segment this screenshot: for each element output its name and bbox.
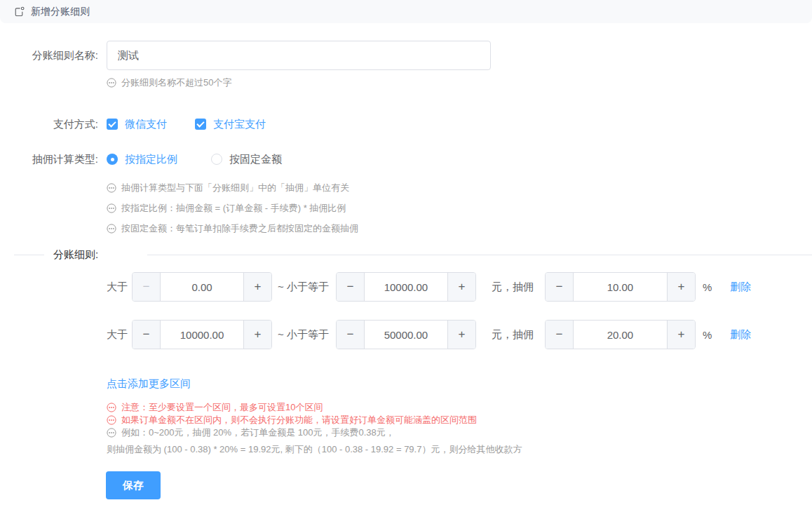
checked-checkbox-icon: [107, 119, 118, 130]
greater-than-label: 大于: [107, 281, 128, 294]
hint-line: 按固定金额：每笔订单扣除手续费之后都按固定的金额抽佣: [107, 218, 812, 238]
min-amount-input[interactable]: [161, 321, 243, 349]
name-field-hint: 分账细则名称不超过50个字: [107, 76, 812, 89]
rule-name-input[interactable]: [107, 41, 491, 70]
rules-warnings: 注意：至少要设置一个区间，最多可设置10个区间 如果订单金额不在区间内，则不会执…: [0, 401, 812, 459]
increase-button[interactable]: +: [667, 273, 695, 301]
page-header: 新增分账细则: [0, 0, 812, 23]
hint-icon: [107, 203, 116, 213]
unit-commission-label: 元，抽佣: [492, 281, 534, 294]
less-equal-label: ~ 小于等于: [278, 281, 329, 294]
warning-line: 注意：至少要设置一个区间，最多可设置10个区间: [107, 401, 812, 414]
page-title: 新增分账细则: [31, 6, 90, 18]
increase-button[interactable]: +: [243, 273, 271, 301]
radio-label: 按固定金额: [229, 153, 282, 166]
save-button[interactable]: 保存: [106, 471, 161, 499]
increase-button[interactable]: +: [243, 321, 271, 349]
warning-text: 注意：至少要设置一个区间，最多可设置10个区间: [121, 401, 323, 414]
example-text: 则抽佣金额为 (100 - 0.38) * 20% = 19.92元, 剩下的（…: [107, 443, 522, 456]
greater-than-label: 大于: [107, 328, 128, 342]
add-range-link[interactable]: 点击添加更多区间: [107, 377, 191, 391]
back-page-icon[interactable]: [14, 6, 25, 17]
min-amount-input[interactable]: [161, 273, 243, 301]
hint-line: 按指定比例：抽佣金额 = (订单金额 - 手续费) * 抽佣比例: [107, 198, 812, 218]
rate-stepper: − +: [545, 272, 696, 302]
warning-line: 如果订单金额不在区间内，则不会执行分账功能，请设置好订单金额可能涵盖的区间范围: [107, 414, 812, 426]
divider-line: [14, 255, 44, 255]
hint-icon: [107, 224, 116, 234]
example-line: 例如：0~200元，抽佣 20%，若订单金额是 100元，手续费0.38元，: [107, 426, 812, 439]
checkbox-label: 微信支付: [125, 118, 167, 131]
min-amount-stepper: − +: [132, 320, 272, 349]
hint-text: 抽佣计算类型与下面「分账细则」中的「抽佣」单位有关: [121, 182, 349, 194]
max-amount-input[interactable]: [365, 273, 447, 301]
rate-input[interactable]: [574, 273, 667, 301]
rule-row: 大于 − + ~ 小于等于 − + 元，抽佣 − + % 删除: [107, 272, 812, 302]
hint-icon: [107, 428, 116, 438]
commission-type-label: 抽佣计算类型:: [14, 153, 98, 166]
percent-label: %: [703, 329, 712, 341]
hint-text: 按固定金额：每笔订单扣除手续费之后都按固定的金额抽佣: [121, 222, 358, 235]
hint-icon: [107, 415, 116, 425]
percent-label: %: [703, 281, 712, 293]
checkbox-label: 支付宝支付: [213, 118, 266, 131]
decrease-button[interactable]: −: [337, 321, 365, 349]
checkbox-alipay[interactable]: 支付宝支付: [195, 118, 266, 131]
rules-section-label: 分账细则:: [53, 248, 98, 262]
decrease-button[interactable]: −: [133, 321, 161, 349]
max-amount-stepper: − +: [336, 272, 476, 302]
increase-button[interactable]: +: [447, 321, 475, 349]
hint-text: 分账细则名称不超过50个字: [121, 76, 231, 89]
checked-checkbox-icon: [195, 119, 206, 130]
rate-input[interactable]: [574, 321, 667, 349]
decrease-button[interactable]: −: [133, 273, 161, 301]
radio-selected-icon: [107, 154, 118, 165]
divider-line: [147, 255, 812, 255]
max-amount-input[interactable]: [365, 321, 447, 349]
min-amount-stepper: − +: [132, 272, 272, 302]
payment-method-row: 支付方式: 微信支付 支付宝支付: [14, 117, 812, 131]
example-text: 例如：0~200元，抽佣 20%，若订单金额是 100元，手续费0.38元，: [121, 426, 395, 439]
radio-fixed-amount[interactable]: 按固定金额: [211, 153, 282, 166]
hint-line: 抽佣计算类型与下面「分账细则」中的「抽佣」单位有关: [107, 177, 812, 198]
hint-icon: [107, 183, 116, 193]
radio-label: 按指定比例: [125, 153, 177, 166]
payment-method-label: 支付方式:: [14, 118, 98, 131]
decrease-button[interactable]: −: [546, 321, 574, 349]
delete-row-link[interactable]: 删除: [730, 328, 751, 342]
name-field-label: 分账细则名称:: [14, 49, 98, 62]
decrease-button[interactable]: −: [337, 273, 365, 301]
commission-type-row: 抽佣计算类型: 按指定比例 按固定金额: [14, 152, 812, 166]
unit-commission-label: 元，抽佣: [492, 328, 534, 342]
name-field-row: 分账细则名称:: [14, 41, 812, 70]
radio-fixed-ratio[interactable]: 按指定比例: [107, 153, 177, 166]
checkbox-wechat-pay[interactable]: 微信支付: [107, 118, 167, 131]
warning-text: 如果订单金额不在区间内，则不会执行分账功能，请设置好订单金额可能涵盖的区间范围: [121, 414, 477, 426]
hint-text: 按指定比例：抽佣金额 = (订单金额 - 手续费) * 抽佣比例: [121, 202, 346, 215]
hint-icon: [107, 403, 116, 412]
decrease-button[interactable]: −: [546, 273, 574, 301]
rules-section-divider: 分账细则:: [0, 247, 812, 262]
rate-stepper: − +: [545, 320, 696, 349]
hint-icon: [107, 78, 116, 88]
increase-button[interactable]: +: [447, 273, 475, 301]
less-equal-label: ~ 小于等于: [278, 328, 329, 342]
commission-hints: 抽佣计算类型与下面「分账细则」中的「抽佣」单位有关 按指定比例：抽佣金额 = (…: [0, 177, 812, 238]
example-line: 则抽佣金额为 (100 - 0.38) * 20% = 19.92元, 剩下的（…: [107, 439, 812, 459]
max-amount-stepper: − +: [336, 320, 476, 349]
increase-button[interactable]: +: [667, 321, 695, 349]
delete-row-link[interactable]: 删除: [730, 281, 751, 294]
rule-row: 大于 − + ~ 小于等于 − + 元，抽佣 − + % 删除: [107, 320, 812, 349]
radio-unselected-icon: [211, 154, 222, 165]
